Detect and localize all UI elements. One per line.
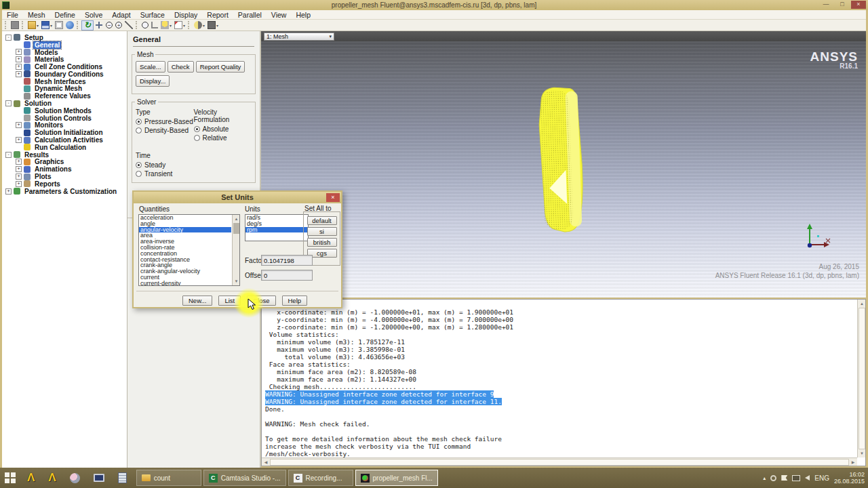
expander-icon[interactable]: - [5,100,12,106]
toolbar-button[interactable] [40,20,54,30]
taskbar-task[interactable]: count [136,470,201,486]
taskbar-task[interactable]: Camtasia Studio -... [203,470,286,486]
time-radio[interactable]: Transient [136,169,252,178]
mesh-button[interactable]: Check [167,61,194,73]
scroll-left-icon[interactable]: ◀ [262,458,270,466]
start-button[interactable] [0,468,20,488]
tree-item[interactable]: - Solution [2,100,127,107]
velocity-formulation-radio[interactable]: Relative [194,134,252,142]
language-indicator[interactable]: ENG [814,474,829,482]
close-button[interactable]: × [851,1,866,9]
console-vertical-scrollbar[interactable]: ▲ ▼ [857,300,865,458]
unit-list-item[interactable]: rad/s [245,215,308,221]
dialog-button[interactable]: New... [182,296,212,306]
tree-item[interactable]: Reference Values [2,92,127,100]
tree-item[interactable]: + Cell Zone Conditions [2,63,127,70]
tree-item[interactable]: Solution Initialization [2,129,127,136]
mesh-button[interactable]: Report Quality [196,61,245,73]
toolbar-button[interactable] [9,20,20,30]
tree-item[interactable]: Mesh Interfaces [2,78,127,85]
scrollbar-thumb[interactable] [270,459,849,466]
console-horizontal-scrollbar[interactable]: ◀ ▶ [262,458,857,466]
tree-item[interactable]: + Animations [2,165,127,173]
calculator-icon[interactable] [118,472,127,483]
ansys-app-icon[interactable]: Λ [48,470,56,486]
toolbar-button[interactable] [206,20,220,30]
expander-icon[interactable]: + [16,181,22,187]
tray-status-icon[interactable] [770,475,776,481]
expander-icon[interactable]: + [16,56,22,62]
expander-icon[interactable]: + [16,174,22,180]
quantity-list-item[interactable]: area [139,232,231,239]
quantity-list-item[interactable]: area-inverse [139,239,231,245]
taskbar-task[interactable]: propeller_mesh Fl... [355,470,438,486]
quantities-list[interactable]: accelerationangleangular-velocityareaare… [138,214,240,286]
dialog-button[interactable]: List [218,296,241,306]
tree-item[interactable]: Run Calculation [2,144,127,151]
scrollbar-thumb[interactable] [859,308,865,449]
set-all-button[interactable]: british [307,238,337,247]
velocity-formulation-radio[interactable]: Absolute [194,125,252,134]
tree-item[interactable]: Solution Controls [2,115,127,122]
list-scrollbar[interactable]: ▲ ▼ [232,215,239,285]
set-all-button[interactable]: si [307,227,337,236]
tree-item[interactable]: Solution Methods [2,107,127,115]
ansys-app-icon[interactable]: Λ [27,470,35,486]
unit-list-item[interactable]: rpm [245,227,308,233]
menu-item[interactable]: File [2,10,23,20]
toolbar-button[interactable] [81,20,94,30]
maximize-button[interactable]: □ [835,1,850,9]
view-selector-dropdown[interactable]: 1: Mesh ▾ [264,33,334,41]
tree-item[interactable]: - Setup [2,34,127,41]
quantity-list-item[interactable]: concentration [139,251,231,257]
mesh-button[interactable]: Display... [136,75,170,87]
expander-icon[interactable]: - [5,35,12,41]
menu-item[interactable]: Surface [136,10,170,20]
toolbar-grip[interactable] [136,21,138,29]
toolbar-button[interactable] [26,20,40,30]
factor-field[interactable] [261,255,313,266]
expander-icon[interactable]: + [16,71,22,77]
scroll-up-icon[interactable]: ▲ [858,300,866,308]
toolbar-button[interactable] [54,20,64,30]
tree-item[interactable]: Dynamic Mesh [2,85,127,93]
quantity-list-item[interactable]: angle [139,221,231,227]
quantity-list-item[interactable]: current [139,274,231,281]
expander-icon[interactable]: + [5,188,12,195]
menu-item[interactable]: Report [202,10,233,20]
quantity-list-item[interactable]: crank-angle [139,262,231,268]
menu-item[interactable]: Help [291,10,315,20]
tree-item[interactable]: + Boundary Conditions [2,70,127,78]
toolbar-button[interactable] [140,20,150,30]
expander-icon[interactable]: + [16,122,22,128]
display-icon[interactable] [792,475,800,481]
menu-item[interactable]: Solve [80,10,107,20]
tree-item[interactable]: + Plots [2,173,127,180]
tray-expand-icon[interactable]: ▴ [763,475,766,481]
toolbar-button[interactable] [114,20,123,30]
clock[interactable]: 16:02 26.08.2015 [834,471,865,485]
units-list[interactable]: rad/sdeg/srpm [245,214,309,241]
menu-item[interactable]: Mesh [23,10,50,20]
toolbar-button[interactable] [94,20,104,30]
tree-item[interactable]: + Graphics [2,159,127,166]
quantity-list-item[interactable]: crank-angular-velocity [139,268,231,274]
scrollbar-thumb[interactable] [233,223,239,234]
console[interactable]: x-coordinate: min (m) = -1.000000e+01, m… [261,299,866,466]
expander-icon[interactable]: - [5,152,12,158]
quantity-list-item[interactable]: angular-velocity [139,227,231,233]
tree-item[interactable]: + Monitors [2,122,127,129]
toolbar-button[interactable] [123,20,134,30]
type-radio[interactable]: Density-Based [136,126,194,135]
menu-item[interactable]: Define [50,10,80,20]
quantity-list-item[interactable]: current-density [139,281,231,286]
menu-item[interactable]: View [267,10,292,20]
propeller-mesh-model[interactable] [534,85,589,237]
speaker-icon[interactable] [805,475,810,481]
quantity-list-item[interactable]: acceleration [139,215,231,221]
minimize-button[interactable]: — [818,1,833,9]
toolbar-button[interactable] [173,20,186,30]
tree-item[interactable]: + Parameters & Customization [2,188,127,195]
tree-item[interactable]: + Calculation Activities [2,136,127,144]
offset-field[interactable] [261,270,313,281]
